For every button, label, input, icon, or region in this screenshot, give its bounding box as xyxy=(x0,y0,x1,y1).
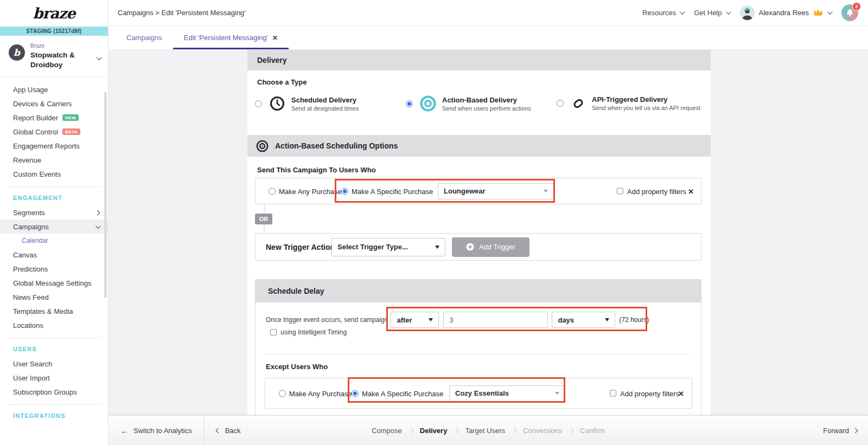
add-trigger-button[interactable]: Add Trigger xyxy=(452,237,529,257)
chevron-down-icon xyxy=(680,9,685,15)
send-campaign-label: Send This Campaign To Users Who xyxy=(257,166,376,174)
intelligent-timing-checkbox[interactable] xyxy=(270,329,277,336)
sidebar-item-subscription-groups[interactable]: Subscription Groups xyxy=(0,385,108,399)
except-product-dropdown[interactable]: Cozy Essentials xyxy=(449,385,565,402)
arrow-left-icon: ← xyxy=(120,427,129,435)
delay-unit-dropdown[interactable]: days xyxy=(552,312,615,328)
delivery-panel: Delivery Choose a Type Scheduled Deliver… xyxy=(247,50,711,415)
bottom-bar: ← Switch to Analytics Back Compose Deliv… xyxy=(108,415,868,445)
radio-scheduled-delivery[interactable] xyxy=(255,100,262,107)
beta-badge: BETA xyxy=(62,128,80,135)
sidebar-item-calendar[interactable]: Calendar xyxy=(0,234,108,248)
sidebar-item-canvas[interactable]: Canvas xyxy=(0,248,108,262)
sidebar-item-devices-carriers[interactable]: Devices & Carriers xyxy=(0,96,108,111)
environment-label: STAGING (15217d8f) xyxy=(26,28,81,34)
delay-mode-dropdown[interactable]: after xyxy=(391,312,439,328)
sidebar-item-global-control[interactable]: Global ControlBETA xyxy=(0,125,108,139)
option-scheduled-delivery[interactable]: Scheduled Delivery Send at designated ti… xyxy=(255,95,359,112)
chevron-down-icon xyxy=(555,392,559,395)
sidebar-item-predictions[interactable]: Predictions xyxy=(0,262,108,276)
delay-value-input[interactable] xyxy=(443,312,548,328)
chevron-right-icon xyxy=(95,210,100,215)
step-delivery[interactable]: Delivery xyxy=(420,427,448,435)
workspace-switcher[interactable]: b Braze Stopwatch & Droidboy xyxy=(0,36,108,77)
step-conversions[interactable]: Conversions xyxy=(523,427,562,435)
new-trigger-card: New Trigger Action Select Trigger Type..… xyxy=(255,233,701,261)
braze-logo[interactable]: braze xyxy=(0,0,108,27)
step-confirm[interactable]: Confirm xyxy=(580,427,605,435)
tab-campaigns[interactable]: Campaigns xyxy=(116,26,173,49)
delay-controls-row: Once trigger event occurs, send campaign… xyxy=(266,312,649,328)
sidebar-item-report-builder[interactable]: Report BuilderNEW xyxy=(0,111,108,125)
make-specific-purchase-option[interactable]: Make A Specific Purchase xyxy=(341,187,433,195)
breadcrumb: Campaigns > Edit 'Persistent Messaging' xyxy=(108,9,246,17)
resources-menu[interactable]: Resources xyxy=(642,9,684,17)
sidebar-item-app-usage[interactable]: App Usage xyxy=(0,82,108,96)
except-add-property-filters-option[interactable]: Add property filters xyxy=(610,389,679,397)
sidebar-nav: App Usage Devices & Carriers Report Buil… xyxy=(0,77,108,419)
bullseye-icon xyxy=(420,95,436,112)
user-menu[interactable]: Alexandra Rees xyxy=(740,5,832,20)
sidebar-item-custom-events[interactable]: Custom Events xyxy=(0,167,108,181)
plus-circle-icon xyxy=(466,243,474,251)
remove-trigger-icon[interactable]: ✕ xyxy=(688,187,694,195)
intelligent-timing-option[interactable]: using Intelligent Timing xyxy=(270,328,347,337)
sidebar-item-engagement-reports[interactable]: Engagement Reports xyxy=(0,139,108,153)
add-property-filters-checkbox[interactable] xyxy=(617,188,623,195)
back-button[interactable]: Back xyxy=(205,416,253,445)
close-icon[interactable]: ✕ xyxy=(272,34,278,42)
forward-button[interactable]: Forward xyxy=(823,427,868,435)
sidebar-item-revenue[interactable]: Revenue xyxy=(0,153,108,167)
workspace-logo-icon: b xyxy=(9,44,25,61)
tab-edit-persistent-messaging[interactable]: Edit 'Persistent Messaging' ✕ xyxy=(173,26,289,49)
new-badge: NEW xyxy=(62,114,79,121)
except-make-any-purchase-option[interactable]: Make Any Purchase xyxy=(279,389,352,397)
step-compose[interactable]: Compose xyxy=(372,427,402,435)
braze-logo-text: braze xyxy=(33,5,75,22)
add-property-filters-option[interactable]: Add property filters xyxy=(617,187,686,195)
trigger-type-dropdown[interactable]: Select Trigger Type... xyxy=(331,238,445,256)
chevron-right-icon xyxy=(569,428,574,433)
sidebar-item-user-search[interactable]: User Search xyxy=(0,357,108,371)
chevron-left-icon xyxy=(215,428,221,433)
chevron-down-icon[interactable] xyxy=(97,55,102,60)
divider xyxy=(8,186,100,187)
except-make-specific-purchase-option[interactable]: Make A Specific Purchase xyxy=(352,389,443,397)
radio-make-specific-purchase[interactable] xyxy=(341,188,348,195)
crown-icon xyxy=(813,8,823,18)
except-add-property-filters-checkbox[interactable] xyxy=(610,390,616,397)
purchase-product-dropdown[interactable]: Loungewear xyxy=(438,183,554,199)
sidebar-item-campaigns[interactable]: Campaigns xyxy=(0,220,108,234)
tabbar: Campaigns Edit 'Persistent Messaging' ✕ xyxy=(108,26,868,50)
section-header-users: USERS xyxy=(0,346,108,352)
choose-a-type-label: Choose a Type xyxy=(257,78,307,86)
sidebar-item-segments[interactable]: Segments xyxy=(0,205,108,220)
chevron-down-icon xyxy=(605,318,609,321)
environment-banner: STAGING (15217d8f) xyxy=(0,27,108,36)
step-target-users[interactable]: Target Users xyxy=(465,427,505,435)
notifications-button[interactable]: 2 xyxy=(841,4,858,21)
make-any-purchase-option[interactable]: Make Any Purchase xyxy=(269,187,342,195)
get-help-menu[interactable]: Get Help xyxy=(694,9,729,17)
delay-hours-note: (72 hours) xyxy=(619,316,649,324)
divider xyxy=(266,354,691,354)
radio-action-based-delivery[interactable] xyxy=(406,100,413,107)
option-api-triggered-delivery[interactable]: API-Triggered Delivery Send when you tel… xyxy=(557,95,700,111)
switch-to-analytics-button[interactable]: ← Switch to Analytics xyxy=(108,416,204,445)
sidebar-item-global-message-settings[interactable]: Global Message Settings xyxy=(0,276,108,290)
sidebar-item-user-import[interactable]: User Import xyxy=(0,371,108,385)
remove-except-trigger-icon[interactable]: ✕ xyxy=(678,389,684,397)
sidebar-item-locations[interactable]: Locations xyxy=(0,318,108,332)
radio-api-triggered-delivery[interactable] xyxy=(557,100,564,107)
option-action-based-delivery[interactable]: Action-Based Delivery Send when users pe… xyxy=(406,95,531,112)
sidebar-item-templates-media[interactable]: Templates & Media xyxy=(0,304,108,318)
sidebar-scrollbar[interactable] xyxy=(104,92,107,298)
bullseye-dark-icon xyxy=(256,140,269,152)
radio-make-any-purchase[interactable] xyxy=(269,188,276,195)
sidebar-item-news-feed[interactable]: News Feed xyxy=(0,290,108,304)
radio-except-make-any-purchase[interactable] xyxy=(279,390,286,397)
radio-except-make-specific-purchase[interactable] xyxy=(352,390,359,397)
trigger-card: Make Any Purchase Make A Specific Purcha… xyxy=(255,178,701,204)
notification-count-badge: 2 xyxy=(852,2,861,11)
chevron-down-icon xyxy=(827,9,833,15)
